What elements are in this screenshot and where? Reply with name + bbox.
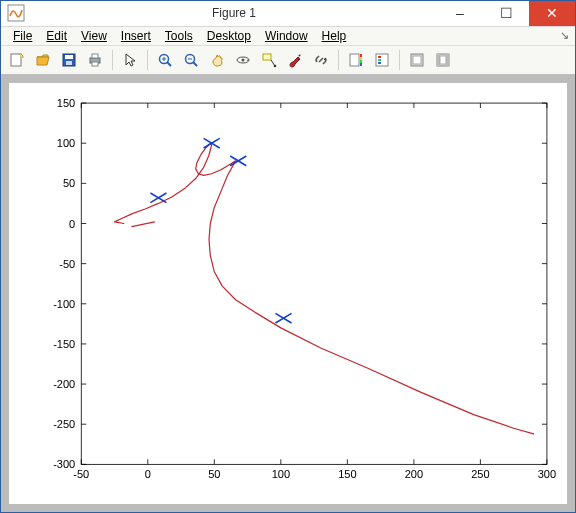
- svg-rect-25: [376, 54, 388, 66]
- hide-plot-tools-button[interactable]: [405, 48, 429, 72]
- svg-rect-24: [360, 63, 362, 66]
- svg-rect-21: [360, 54, 362, 57]
- svg-text:50: 50: [208, 468, 220, 480]
- menu-edit-label: Edit: [46, 29, 67, 43]
- svg-text:-150: -150: [53, 337, 75, 349]
- close-button[interactable]: ✕: [529, 1, 575, 26]
- svg-text:-200: -200: [53, 378, 75, 390]
- svg-rect-7: [92, 62, 98, 66]
- pointer-button[interactable]: [118, 48, 142, 72]
- svg-rect-30: [413, 56, 421, 64]
- svg-text:100: 100: [272, 468, 290, 480]
- app-icon: [1, 1, 31, 26]
- zoom-in-button[interactable]: [153, 48, 177, 72]
- svg-line-9: [167, 62, 171, 66]
- svg-line-19: [319, 58, 323, 62]
- svg-text:250: 250: [471, 468, 489, 480]
- svg-text:0: 0: [145, 468, 151, 480]
- menu-desktop-label: Desktop: [207, 29, 251, 43]
- menu-desktop[interactable]: Desktop: [201, 27, 257, 45]
- svg-text:50: 50: [63, 177, 75, 189]
- svg-text:-300: -300: [53, 458, 75, 470]
- menu-edit[interactable]: Edit: [40, 27, 73, 45]
- save-button[interactable]: [57, 48, 81, 72]
- insert-legend-button[interactable]: [370, 48, 394, 72]
- svg-rect-20: [350, 54, 359, 66]
- svg-rect-17: [263, 54, 271, 60]
- zoom-out-button[interactable]: [179, 48, 203, 72]
- menu-window[interactable]: Window: [259, 27, 314, 45]
- axes[interactable]: -50050100150200250300-300-250-200-150-10…: [9, 83, 567, 505]
- menu-insert-label: Insert: [121, 29, 151, 43]
- menu-tools[interactable]: Tools: [159, 27, 199, 45]
- minimize-button[interactable]: –: [437, 1, 483, 26]
- menu-file[interactable]: File: [7, 27, 38, 45]
- menu-view-label: View: [81, 29, 107, 43]
- svg-point-18: [274, 64, 277, 67]
- svg-text:150: 150: [57, 97, 75, 109]
- menu-help[interactable]: Help: [316, 27, 353, 45]
- menu-file-label: File: [13, 29, 32, 43]
- print-button[interactable]: [83, 48, 107, 72]
- svg-rect-35: [81, 103, 547, 464]
- svg-text:150: 150: [338, 468, 356, 480]
- toolbar: [1, 46, 575, 75]
- menu-window-label: Window: [265, 29, 308, 43]
- menu-tools-label: Tools: [165, 29, 193, 43]
- new-figure-button[interactable]: [5, 48, 29, 72]
- dock-corner-icon[interactable]: ↘: [560, 29, 569, 42]
- svg-text:0: 0: [69, 217, 75, 229]
- svg-rect-22: [360, 57, 362, 60]
- menu-view[interactable]: View: [75, 27, 113, 45]
- open-button[interactable]: [31, 48, 55, 72]
- svg-text:300: 300: [538, 468, 556, 480]
- window-title: Figure 1: [31, 1, 437, 26]
- maximize-button[interactable]: ☐: [483, 1, 529, 26]
- show-plot-tools-button[interactable]: [431, 48, 455, 72]
- svg-rect-34: [440, 56, 446, 64]
- svg-text:-50: -50: [73, 468, 89, 480]
- svg-text:100: 100: [57, 137, 75, 149]
- svg-rect-6: [92, 54, 98, 58]
- svg-point-16: [242, 58, 245, 61]
- svg-rect-23: [360, 60, 362, 63]
- link-button[interactable]: [309, 48, 333, 72]
- svg-text:200: 200: [405, 468, 423, 480]
- svg-text:-100: -100: [53, 297, 75, 309]
- svg-text:-250: -250: [53, 418, 75, 430]
- menu-help-label: Help: [322, 29, 347, 43]
- svg-rect-3: [65, 55, 73, 59]
- svg-text:-50: -50: [59, 257, 75, 269]
- svg-line-13: [193, 62, 197, 66]
- insert-colorbar-button[interactable]: [344, 48, 368, 72]
- pan-button[interactable]: [205, 48, 229, 72]
- rotate-3d-button[interactable]: [231, 48, 255, 72]
- svg-rect-4: [66, 61, 72, 65]
- brush-button[interactable]: [283, 48, 307, 72]
- menubar: File Edit View Insert Tools Desktop Wind…: [1, 27, 575, 46]
- figure-panel[interactable]: -50050100150200250300-300-250-200-150-10…: [9, 83, 567, 505]
- menu-insert[interactable]: Insert: [115, 27, 157, 45]
- svg-rect-1: [11, 54, 21, 66]
- data-cursor-button[interactable]: [257, 48, 281, 72]
